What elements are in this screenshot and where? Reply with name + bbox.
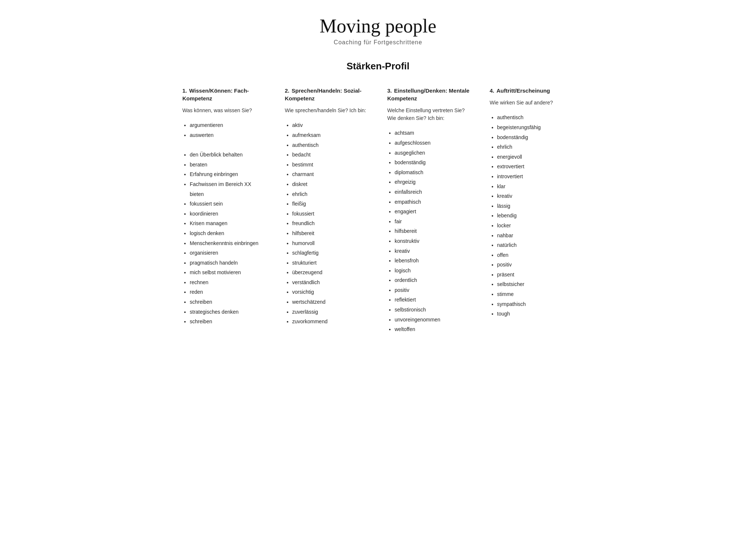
list-item: argumentieren [190, 120, 267, 130]
list-item: beraten [190, 160, 267, 170]
column-3-description: Welche Einstellung vertreten Sie? Wie de… [387, 107, 471, 122]
logo: Moving people [179, 15, 577, 38]
list-item: einfallsreich [395, 187, 471, 197]
list-item: bestimmt [292, 160, 369, 170]
list-item: diskret [292, 179, 369, 189]
list-item: wertschätzend [292, 297, 369, 307]
list-item: fleißig [292, 199, 369, 209]
list-item: freundlich [292, 218, 369, 228]
list-item: zuvorkommend [292, 317, 369, 327]
list-item: nahbar [497, 231, 574, 241]
list-item: humorvoll [292, 238, 369, 248]
list-item: authentisch [497, 113, 574, 123]
column-1-description: Was können, was wissen Sie? [182, 107, 267, 114]
list-item: hilfsbereit [292, 228, 369, 238]
column-4-header: 4.Auftritt/Erscheinung [490, 87, 574, 94]
column-2-list: aktivaufmerksamauthentischbedachtbestimm… [285, 120, 369, 326]
list-item: aktiv [292, 120, 369, 130]
list-item: selbstsicher [497, 279, 574, 289]
list-item: schreiben [190, 317, 267, 327]
list-item: ehrlich [292, 189, 369, 199]
list-item: logisch [395, 266, 471, 276]
column-2-header: 2.Sprechen/Handeln: Sozial-Kompetenz [285, 87, 369, 102]
column-2-description: Wie sprechen/handeln Sie? Ich bin: [285, 107, 369, 114]
list-item: positiv [497, 260, 574, 270]
list-item: präsent [497, 270, 574, 280]
list-item: fokussiert sein [190, 199, 267, 209]
list-item: koordinieren [190, 209, 267, 219]
column-3: 3.Einstellung/Denken: Mentale KompetenzW… [384, 87, 475, 334]
list-item: ordentlich [395, 275, 471, 285]
list-item: lässig [497, 201, 574, 211]
list-item: ehrlich [497, 142, 574, 152]
list-item: energievoll [497, 152, 574, 162]
list-item [190, 140, 267, 150]
list-item: den Überblick behalten [190, 150, 267, 160]
list-item: bedacht [292, 150, 369, 160]
page-title: Stärken-Profil [179, 61, 577, 72]
list-item: bodenständig [395, 158, 471, 168]
list-item: extrovertiert [497, 162, 574, 172]
list-item: engagiert [395, 207, 471, 217]
list-item: lebendig [497, 211, 574, 221]
list-item: fokussiert [292, 209, 369, 219]
list-item: kreativ [395, 246, 471, 256]
list-item: locker [497, 221, 574, 231]
list-item: stimme [497, 289, 574, 299]
list-item: zuverlässig [292, 307, 369, 317]
list-item: bodenständig [497, 132, 574, 142]
list-item: kreativ [497, 191, 574, 201]
list-item: aufgeschlossen [395, 138, 471, 148]
list-item: schlagfertig [292, 248, 369, 258]
column-1-header: 1.Wissen/Können: Fach-Kompetenz [182, 87, 267, 102]
list-item: achtsam [395, 128, 471, 138]
list-item: reden [190, 287, 267, 297]
list-item: Fachwissen im Bereich XX bieten [190, 179, 267, 199]
list-item: begeisterungsfähig [497, 123, 574, 132]
list-item: natürlich [497, 240, 574, 250]
list-item: hilfsbereit [395, 226, 471, 236]
list-item: Krisen managen [190, 218, 267, 228]
list-item: Menschenkenntnis einbringen [190, 238, 267, 248]
column-1: 1.Wissen/Können: Fach-KompetenzWas könne… [179, 87, 270, 326]
list-item: strategisches denken [190, 307, 267, 317]
list-item: positiv [395, 285, 471, 295]
list-item: authentisch [292, 140, 369, 150]
subtitle: Coaching für Fortgeschrittene [179, 39, 577, 46]
list-item: ausgeglichen [395, 148, 471, 158]
column-3-header: 3.Einstellung/Denken: Mentale Kompetenz [387, 87, 471, 102]
column-1-list: argumentierenauswerten den Überblick beh… [182, 120, 267, 326]
list-item: charmant [292, 169, 369, 179]
column-2: 2.Sprechen/Handeln: Sozial-KompetenzWie … [281, 87, 373, 326]
list-item: tough [497, 309, 574, 319]
list-item: weltoffen [395, 324, 471, 334]
list-item: sympathisch [497, 299, 574, 309]
list-item: strukturiert [292, 258, 369, 268]
list-item: Erfahrung einbringen [190, 169, 267, 179]
list-item: reflektiert [395, 295, 471, 305]
list-item: unvoreingenommen [395, 315, 471, 325]
list-item: introvertiert [497, 172, 574, 182]
list-item: verständlich [292, 278, 369, 287]
columns-container: 1.Wissen/Können: Fach-KompetenzWas könne… [179, 87, 577, 334]
list-item: ehrgeizig [395, 177, 471, 187]
column-3-list: achtsamaufgeschlossenausgeglichenbodenst… [387, 128, 471, 334]
list-item: selbstironisch [395, 305, 471, 315]
list-item: empathisch [395, 197, 471, 207]
list-item: mich selbst motivieren [190, 268, 267, 278]
list-item: diplomatisch [395, 168, 471, 178]
column-4-list: authentischbegeisterungsfähigbodenständi… [490, 113, 574, 318]
list-item: lebensfroh [395, 256, 471, 266]
list-item: fair [395, 217, 471, 227]
list-item: vorsichtig [292, 287, 369, 297]
column-4: 4.Auftritt/ErscheinungWie wirken Sie auf… [486, 87, 578, 318]
list-item: klar [497, 182, 574, 192]
list-item: konstruktiv [395, 236, 471, 246]
list-item: rechnen [190, 278, 267, 287]
page-header: Moving people Coaching für Fortgeschritt… [179, 15, 577, 46]
list-item: auswerten [190, 130, 267, 140]
list-item: aufmerksam [292, 130, 369, 140]
list-item: logisch denken [190, 228, 267, 238]
list-item: schreiben [190, 297, 267, 307]
list-item: pragmatisch handeln [190, 258, 267, 268]
